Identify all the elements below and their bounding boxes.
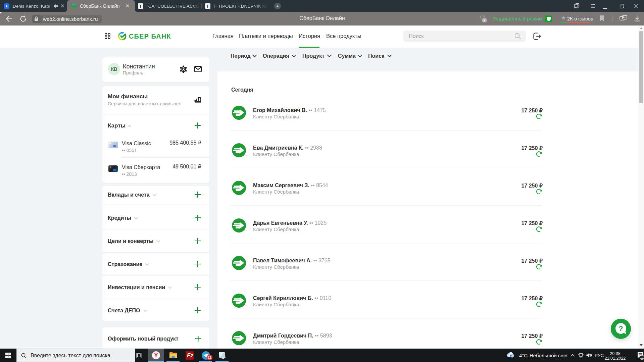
svg-text:2: 2 (484, 18, 486, 22)
svg-text:1: 1 (641, 356, 643, 359)
svg-text:?: ? (618, 324, 623, 333)
svg-text:T: T (206, 4, 209, 9)
svg-text:T: T (139, 4, 142, 9)
